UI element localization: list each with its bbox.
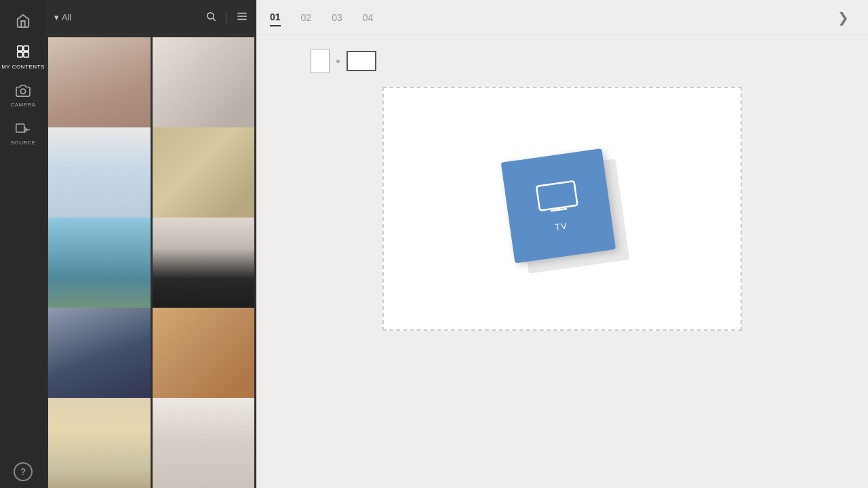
my-contents-label: MY CONTENTS xyxy=(1,64,45,70)
frame-separator-dot xyxy=(336,60,340,63)
header-icons xyxy=(205,11,248,24)
help-icon: ? xyxy=(20,466,26,477)
svg-line-8 xyxy=(213,18,216,21)
thumbnail-6[interactable] xyxy=(153,218,255,320)
sidebar-item-home[interactable] xyxy=(0,7,46,37)
thumbnail-1[interactable] xyxy=(48,37,151,140)
filter-dropdown[interactable]: ▾ All xyxy=(54,12,71,22)
thumbnail-4[interactable] xyxy=(153,127,255,230)
filter-label: All xyxy=(62,12,71,22)
page-tabs: 01 02 03 04 xyxy=(270,9,373,26)
tv-label: TV xyxy=(554,220,568,232)
content-panel: ▾ All xyxy=(46,0,256,488)
svg-rect-3 xyxy=(24,52,28,57)
filter-arrow: ▾ xyxy=(54,12,59,22)
tv-card-inner: TV xyxy=(501,148,616,263)
sidebar-bottom: ? xyxy=(14,462,33,481)
thumbnail-5[interactable] xyxy=(48,218,151,320)
camera-label: CAMERA xyxy=(10,102,35,108)
tv-card: TV xyxy=(501,148,624,270)
svg-rect-5 xyxy=(16,124,24,132)
list-view-icon[interactable] xyxy=(236,11,248,24)
tab-01[interactable]: 01 xyxy=(270,9,281,26)
next-page-arrow[interactable]: ❯ xyxy=(832,7,854,28)
thumbnail-9[interactable] xyxy=(48,398,151,488)
help-button[interactable]: ? xyxy=(14,462,33,481)
header-divider xyxy=(226,12,226,23)
tab-02[interactable]: 02 xyxy=(301,9,312,26)
frame-selectors xyxy=(311,49,376,73)
thumbnails-grid xyxy=(46,35,256,488)
sidebar-item-camera[interactable]: CAMERA xyxy=(0,77,46,115)
thumbnail-3[interactable] xyxy=(48,127,151,230)
search-icon[interactable] xyxy=(205,11,216,24)
sidebar: MY CONTENTS CAMERA SOURCE ? xyxy=(0,0,46,488)
tab-04[interactable]: 04 xyxy=(363,9,374,26)
tv-icon xyxy=(533,178,581,218)
camera-icon xyxy=(16,83,31,99)
svg-rect-12 xyxy=(536,181,577,210)
source-icon xyxy=(16,121,31,137)
sidebar-item-my-contents[interactable]: MY CONTENTS xyxy=(0,37,46,77)
svg-rect-2 xyxy=(18,52,22,57)
source-label: SOURCE xyxy=(10,140,35,146)
svg-point-7 xyxy=(208,12,214,18)
sidebar-item-source[interactable]: SOURCE xyxy=(0,115,46,152)
canvas-area: TV xyxy=(256,35,868,488)
main-area: 01 02 03 04 ❯ xyxy=(256,0,868,488)
svg-point-4 xyxy=(20,89,25,94)
portrait-frame-button[interactable] xyxy=(311,49,330,73)
svg-rect-0 xyxy=(18,46,22,51)
thumbnail-7[interactable] xyxy=(48,308,151,410)
top-bar: 01 02 03 04 ❯ xyxy=(256,0,868,35)
svg-rect-1 xyxy=(24,46,28,51)
thumbnail-8[interactable] xyxy=(153,308,255,410)
thumbnail-10[interactable] xyxy=(153,398,255,488)
thumbnail-2[interactable] xyxy=(153,37,255,140)
slide-canvas[interactable]: TV xyxy=(382,87,742,331)
my-contents-icon xyxy=(16,44,31,61)
tab-03[interactable]: 03 xyxy=(332,9,342,26)
content-header: ▾ All xyxy=(46,0,256,35)
landscape-frame-button[interactable] xyxy=(347,51,376,71)
home-icon xyxy=(16,14,31,30)
